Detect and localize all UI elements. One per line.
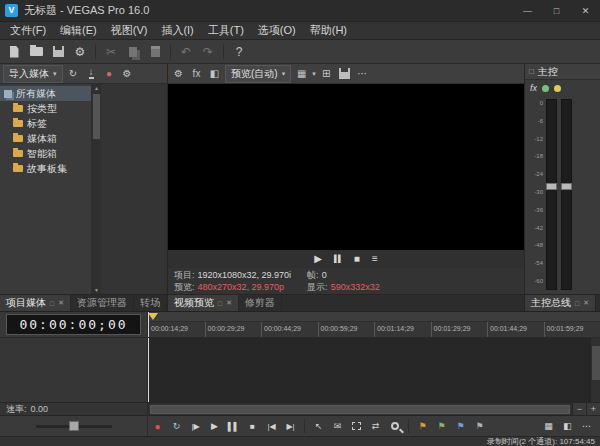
mixer-icon[interactable]: ▦ xyxy=(540,418,557,435)
edit-cursor[interactable] xyxy=(148,338,149,402)
video-fx-button[interactable]: fx xyxy=(189,66,204,81)
media-properties-button[interactable]: ⚙ xyxy=(120,66,135,81)
time-ruler[interactable]: 00:00:14;2900:00:29;2900:00:44;2900:00:5… xyxy=(148,322,600,337)
scrollbar-thumb[interactable] xyxy=(592,346,600,380)
tab-project-media[interactable]: 项目媒体 □ ✕ xyxy=(0,295,71,311)
undock-icon[interactable]: □ xyxy=(575,300,579,307)
media-tree-scrollbar[interactable]: ▲ ▼ xyxy=(92,84,101,294)
record-button[interactable]: ● xyxy=(149,418,166,435)
tree-item-by-type[interactable]: 按类型 xyxy=(0,101,91,116)
tab-video-preview[interactable]: 视频预览 □ ✕ xyxy=(168,295,239,311)
tab-trimmer[interactable]: 修剪器 xyxy=(239,295,282,311)
zoom-in-time-button[interactable]: + xyxy=(586,403,600,415)
app-logo-icon[interactable]: V xyxy=(5,4,18,17)
insert-cd-marker-button[interactable]: ⚑ xyxy=(471,418,488,435)
menu-view[interactable]: 视图(V) xyxy=(104,23,155,38)
mute-icon[interactable] xyxy=(542,85,549,92)
tree-item-smart-bins[interactable]: 智能箱 xyxy=(0,146,91,161)
insert-region-button[interactable]: ⚑ xyxy=(433,418,450,435)
cursor-marker-icon[interactable] xyxy=(148,313,158,320)
tree-item-tags[interactable]: 标签 xyxy=(0,116,91,131)
insert-fx-icon[interactable]: fx xyxy=(530,83,537,93)
undock-icon[interactable]: □ xyxy=(218,300,222,307)
track-timeline[interactable] xyxy=(148,338,590,402)
refresh-media-button[interactable]: ↻ xyxy=(66,66,81,81)
maximize-button[interactable]: □ xyxy=(542,0,571,21)
timeline-horizontal-scrollbar[interactable] xyxy=(148,403,572,415)
insert-command-marker-button[interactable]: ⚑ xyxy=(452,418,469,435)
project-properties-button[interactable]: ⚙ xyxy=(70,42,90,62)
preview-stop-button[interactable]: ■ xyxy=(354,250,360,268)
chevron-down-icon[interactable]: ▾ xyxy=(312,70,316,78)
tree-item-media-bins[interactable]: 媒体箱 xyxy=(0,131,91,146)
dock-icon[interactable]: □ xyxy=(529,67,534,76)
cursor-time-display[interactable]: 00:00:00;00 xyxy=(6,314,140,335)
cut-button[interactable]: ✂ xyxy=(101,42,121,62)
scrollbar-thumb[interactable] xyxy=(93,94,100,139)
normal-edit-tool-button[interactable]: ↖ xyxy=(310,418,327,435)
minimize-button[interactable]: — xyxy=(513,0,542,21)
save-project-button[interactable] xyxy=(48,42,68,62)
transport-more-button[interactable]: ⋯ xyxy=(578,418,595,435)
menu-insert[interactable]: 插入(I) xyxy=(154,23,200,38)
preview-play-button[interactable]: ▶ xyxy=(314,250,322,268)
open-project-button[interactable] xyxy=(26,42,46,62)
import-media-dropdown[interactable]: 导入媒体 ▾ xyxy=(3,65,63,83)
selection-edit-tool-button[interactable] xyxy=(348,418,365,435)
stop-button[interactable]: ■ xyxy=(244,418,261,435)
menu-help[interactable]: 帮助(H) xyxy=(303,23,354,38)
tree-item-all-media[interactable]: 所有媒体 xyxy=(0,86,91,101)
new-project-button[interactable] xyxy=(4,42,24,62)
scroll-up-icon[interactable]: ▲ xyxy=(92,85,101,91)
preview-quality-dropdown[interactable]: 预览(自动) ▾ xyxy=(225,65,291,83)
safe-areas-button[interactable]: ⊞ xyxy=(319,66,334,81)
rate-slider-handle[interactable] xyxy=(69,421,79,431)
go-to-start-button[interactable]: |◀ xyxy=(263,418,280,435)
playback-rate-slider[interactable] xyxy=(36,425,112,428)
tab-transitions[interactable]: 转场 xyxy=(134,295,167,311)
capture-video-button[interactable]: ● xyxy=(102,66,117,81)
slip-edit-tool-button[interactable]: ⇄ xyxy=(367,418,384,435)
overlays-grid-button[interactable]: ▦ xyxy=(294,66,309,81)
menu-file[interactable]: 文件(F) xyxy=(3,23,53,38)
tab-master-bus[interactable]: 主控总线 □ ✕ xyxy=(525,295,596,311)
snapshot-save-button[interactable] xyxy=(337,66,352,81)
preview-pause-button[interactable]: ▌▌ xyxy=(334,250,342,268)
go-to-end-button[interactable]: ▶| xyxy=(282,418,299,435)
zoom-out-time-button[interactable]: − xyxy=(572,403,586,415)
close-tab-icon[interactable]: ✕ xyxy=(226,299,232,307)
menu-options[interactable]: 选项(O) xyxy=(251,23,303,38)
pause-button[interactable]: ▌▌ xyxy=(225,418,242,435)
zoom-edit-tool-button[interactable] xyxy=(386,418,403,435)
menu-tools[interactable]: 工具(T) xyxy=(201,23,251,38)
split-screen-view-button[interactable]: ◧ xyxy=(207,66,222,81)
paste-button[interactable] xyxy=(145,42,165,62)
marker-bar[interactable] xyxy=(148,312,600,322)
edit-cursor[interactable] xyxy=(148,312,149,337)
close-tab-icon[interactable]: ✕ xyxy=(58,299,64,307)
envelope-edit-tool-button[interactable]: ✉ xyxy=(329,418,346,435)
project-video-properties-button[interactable]: ⚙ xyxy=(171,66,186,81)
undo-button[interactable]: ↶ xyxy=(176,42,196,62)
external-monitor-icon[interactable]: ◧ xyxy=(559,418,576,435)
preview-menu-button[interactable]: ≡ xyxy=(372,250,378,268)
solo-icon[interactable] xyxy=(554,85,561,92)
insert-marker-button[interactable]: ⚑ xyxy=(414,418,431,435)
play-from-start-button[interactable]: |▶ xyxy=(187,418,204,435)
fader-right-handle[interactable] xyxy=(561,183,572,190)
preview-more-button[interactable]: ⋯ xyxy=(355,66,370,81)
close-tab-icon[interactable]: ✕ xyxy=(583,299,589,307)
import-media-button[interactable]: ↓ xyxy=(84,66,99,81)
loop-playback-button[interactable]: ↻ xyxy=(168,418,185,435)
copy-button[interactable] xyxy=(123,42,143,62)
undock-icon[interactable]: □ xyxy=(50,300,54,307)
track-list[interactable] xyxy=(0,338,148,402)
timeline-vertical-scrollbar[interactable] xyxy=(590,338,600,402)
menu-edit[interactable]: 编辑(E) xyxy=(53,23,104,38)
tree-item-storyboard[interactable]: 故事板集 xyxy=(0,161,91,176)
close-button[interactable]: ✕ xyxy=(571,0,600,21)
media-list-area[interactable] xyxy=(101,84,167,294)
play-button[interactable]: ▶ xyxy=(206,418,223,435)
fader-left-handle[interactable] xyxy=(546,183,557,190)
scroll-down-icon[interactable]: ▼ xyxy=(92,287,101,293)
